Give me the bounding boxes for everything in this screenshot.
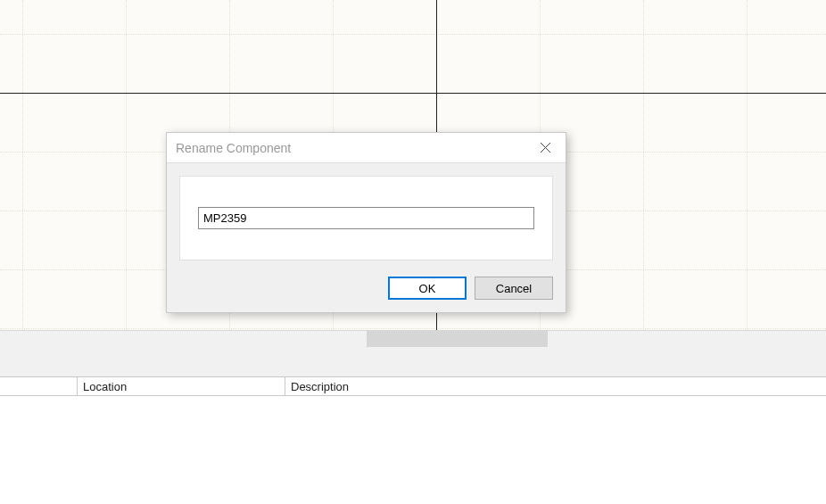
column-description[interactable]: Description xyxy=(285,377,826,395)
column-blank[interactable] xyxy=(0,377,77,395)
dialog-title: Rename Component xyxy=(176,141,291,155)
input-frame xyxy=(179,176,553,260)
column-headers: Location Description xyxy=(0,376,826,396)
dialog-body xyxy=(167,163,566,269)
component-name-input[interactable] xyxy=(198,207,534,229)
ok-button[interactable]: OK xyxy=(388,277,467,300)
dialog-titlebar: Rename Component xyxy=(167,133,566,163)
panel-stub xyxy=(367,330,548,347)
dialog-button-row: OK Cancel xyxy=(167,269,566,312)
rename-component-dialog: Rename Component OK Cancel xyxy=(166,132,566,313)
canvas-axis-horizontal xyxy=(0,93,826,94)
close-button[interactable] xyxy=(525,133,566,163)
column-location[interactable]: Location xyxy=(77,377,285,395)
cancel-button[interactable]: Cancel xyxy=(475,277,553,300)
close-icon xyxy=(541,142,550,155)
